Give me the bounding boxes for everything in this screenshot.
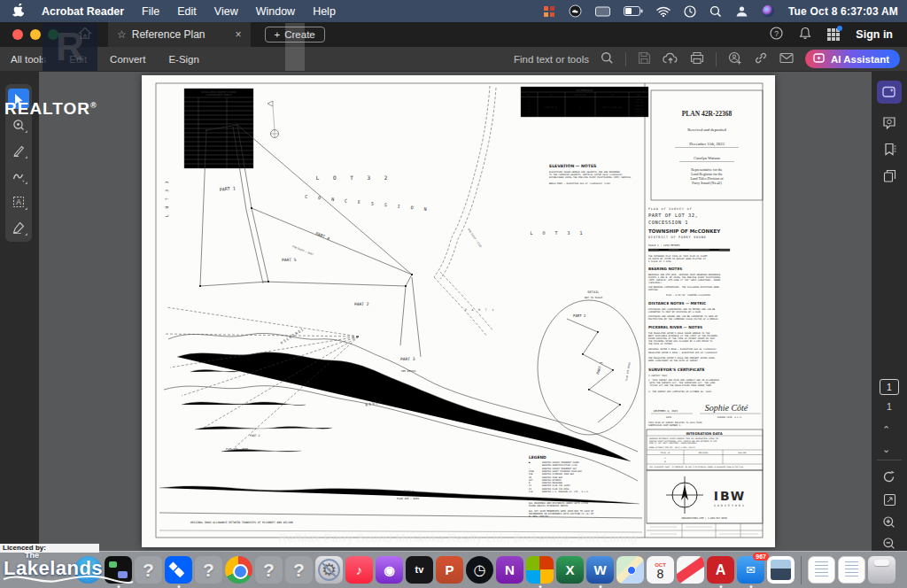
dock-q3-icon[interactable]: ? (255, 556, 283, 584)
highlight-tool[interactable] (8, 140, 29, 160)
ai-assistant-button[interactable]: AI Assistant (805, 50, 900, 68)
dock-onenote-icon[interactable]: N (496, 556, 523, 584)
tab-reference-plan[interactable]: ☆ Reference Plan × (108, 22, 251, 47)
comments-icon[interactable] (877, 111, 902, 134)
ai-assistant-panel-icon[interactable] (877, 81, 902, 104)
svg-text:Representative for theLand Reg: Representative for theLand Registrar for… (690, 167, 724, 185)
svg-text:ALL BEARINGS AND DISTANCES AGR: ALL BEARINGS AND DISTANCES AGREE WITH CI… (529, 502, 589, 507)
search-icon[interactable] (601, 51, 614, 66)
dock-powerpoint-icon[interactable]: P (436, 556, 463, 584)
dock-office-icon[interactable] (526, 556, 554, 584)
svg-text:PICKEREL: PICKEREL (280, 327, 306, 345)
pixel-app-icon[interactable] (543, 5, 555, 18)
add-text-tool[interactable]: A (8, 191, 29, 212)
menu-help[interactable]: Help (313, 5, 336, 18)
apps-grid-icon[interactable] (827, 28, 840, 41)
dock-podcasts-icon[interactable]: ◉ (376, 556, 403, 584)
dock-acrobat-icon[interactable]: A (707, 556, 734, 584)
right-rail: 1 1 ⌃ ⌄ (872, 72, 907, 551)
sign-in-button[interactable]: Sign in (856, 28, 893, 41)
link-icon[interactable] (754, 51, 768, 66)
dock-clock-icon[interactable]: ◷ (466, 556, 493, 584)
find-text-label[interactable]: Find text or tools (514, 54, 589, 65)
pdf-page[interactable]: REGULATED WATER'S EDGECOORDINATE TABLE S… (142, 75, 775, 547)
help-icon[interactable]: ? (770, 27, 783, 43)
page-number-input[interactable]: 1 (880, 379, 899, 395)
dock-settings-icon[interactable]: ⚙ (315, 556, 343, 584)
lakelands-wave (2, 574, 135, 586)
dock-excel-icon[interactable]: X (556, 556, 584, 584)
apple-menu-icon[interactable] (12, 4, 24, 19)
svg-text:GRID COORDINATES CANNOT, IN TH: GRID COORDINATES CANNOT, IN THEMSELVES, … (649, 466, 744, 468)
elevation-notes: ELEVATION — NOTES ELEVATIONS SHOWN HEREO… (549, 164, 632, 185)
print-icon[interactable] (690, 51, 704, 66)
svg-text:■: ■ (529, 461, 531, 464)
tab-close-icon[interactable]: × (235, 28, 241, 41)
pages-icon[interactable] (877, 164, 902, 187)
notifications-bell-icon[interactable] (799, 27, 811, 43)
menu-file[interactable]: File (142, 5, 159, 18)
dock-photos-icon[interactable] (767, 556, 795, 584)
dock-chrome-icon[interactable] (225, 556, 252, 584)
menu-app-name[interactable]: Acrobat Reader (42, 5, 124, 18)
next-page-icon[interactable]: ⌄ (882, 444, 890, 455)
zoom-in-icon[interactable] (877, 510, 902, 533)
previous-page-icon[interactable]: ⌃ (882, 424, 890, 436)
realtor-watermark: REALTOR® (4, 99, 97, 119)
svg-text:PLAN 42R-10484: PLAN 42R-10484 (625, 361, 632, 381)
svg-text:PART OF LOT 32,: PART OF LOT 32, (648, 213, 698, 218)
star-icon[interactable]: ☆ (117, 28, 127, 41)
siri-icon[interactable] (762, 4, 775, 18)
dock-mail-icon[interactable]: ✉967 (737, 556, 764, 584)
dock-dropbox-icon[interactable] (165, 556, 192, 584)
bookmarks-icon[interactable] (877, 137, 902, 160)
dock-trash-icon[interactable] (868, 556, 895, 584)
menu-edit[interactable]: Edit (177, 5, 197, 18)
spotlight-icon[interactable] (709, 5, 722, 18)
dock-stack1-icon[interactable] (808, 556, 835, 584)
email-icon[interactable] (779, 52, 794, 66)
dock-stack2-icon[interactable] (838, 556, 865, 584)
svg-text:I CERTIFY THAT:: I CERTIFY THAT: (648, 375, 669, 377)
svg-text:ORIGINAL WATER'S EDGE — ELEVAT: ORIGINAL WATER'S EDGE — ELEVATION 202.40… (648, 348, 717, 351)
tab-esign[interactable]: E-Sign (168, 54, 199, 65)
dock-q1-icon[interactable]: ? (135, 556, 162, 584)
clock-icon[interactable] (684, 5, 696, 18)
page-total: 1 (880, 401, 899, 412)
draw-tool[interactable] (8, 166, 29, 186)
creative-cloud-icon[interactable] (569, 4, 582, 18)
dock-calendar-icon[interactable]: OCT8 (647, 556, 674, 584)
keyboard-icon[interactable] (595, 6, 610, 17)
dock-tv-icon[interactable]: tv (406, 556, 433, 584)
tab-convert[interactable]: Convert (110, 54, 145, 65)
close-window-button[interactable] (12, 29, 23, 40)
save-icon[interactable] (638, 51, 651, 66)
tab-all-tools[interactable]: All tools (11, 54, 46, 65)
survey-plan-drawing: REGULATED WATER'S EDGECOORDINATE TABLE S… (142, 75, 775, 547)
request-signature-icon[interactable] (728, 51, 742, 66)
svg-text:EASTING: EASTING (738, 452, 747, 454)
dock-music-icon[interactable]: ♪ (345, 556, 373, 584)
minimize-window-button[interactable] (30, 29, 41, 40)
svg-text:INTEGRATION DATA: INTEGRATION DATA (686, 431, 722, 436)
svg-text:L O T 3 2: L O T 3 2 (316, 174, 393, 181)
user-switch-icon[interactable] (735, 5, 748, 17)
battery-icon[interactable] (624, 6, 643, 16)
menubar-clock[interactable]: Tue Oct 8 6:37:03 AM (788, 5, 898, 18)
dock-word-icon[interactable]: W (586, 556, 614, 584)
dock-q2-icon[interactable]: ? (195, 556, 222, 584)
dock-q4-icon[interactable]: ? (285, 556, 313, 584)
svg-text:1.598 ha0.867 ha0.845 ha3.006: 1.598 ha0.867 ha0.845 ha3.006 ha0.336 ha… (634, 98, 642, 117)
menu-window[interactable]: Window (256, 5, 295, 18)
fit-page-icon[interactable] (877, 488, 902, 511)
cloud-upload-icon[interactable] (663, 52, 678, 66)
rotate-page-icon[interactable] (877, 465, 902, 488)
svg-text:DISTANCES ARE GROUND AND CAN B: DISTANCES ARE GROUND AND CAN BE CONVERTE… (648, 315, 719, 321)
menu-view[interactable]: View (214, 5, 238, 18)
integration-data: INTEGRATION DATA OBSERVED REFERENCE POIN… (647, 429, 763, 470)
dock-news-icon[interactable] (677, 556, 704, 584)
tab-title: Reference Plan (132, 28, 205, 41)
fill-sign-tool[interactable] (8, 217, 29, 237)
wifi-icon[interactable] (656, 6, 671, 17)
dock-maps-icon[interactable] (616, 556, 644, 584)
